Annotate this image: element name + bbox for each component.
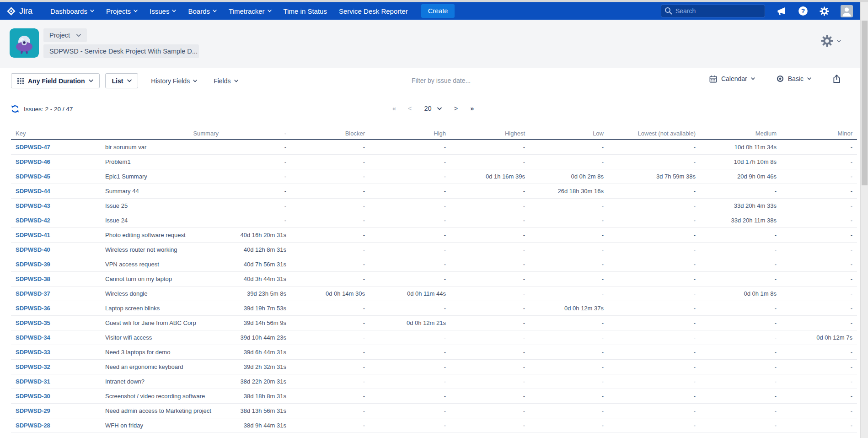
duration-cell-highest: - [450,360,530,374]
export-button[interactable] [832,74,841,83]
issue-key-link[interactable]: SDPWSD-47 [16,144,50,151]
nav-time-in-status[interactable]: Time in Status [278,2,333,20]
search-input[interactable] [661,5,765,17]
duration-cell-high: - [370,330,450,345]
basic-view-dropdown[interactable]: Basic [776,75,811,83]
issue-key-link[interactable]: SDPWSD-45 [16,173,50,180]
project-type-dropdown[interactable]: Project [43,28,87,42]
duration-cell-minor: - [781,140,857,155]
issue-summary-cell: VPN access request [101,257,223,272]
fields-dropdown[interactable]: Fields [214,77,238,85]
duration-cell-low: - [530,389,608,404]
duration-cell-minor: - [781,345,857,360]
duration-cell-lowest: - [608,257,700,272]
issue-key-link[interactable]: SDPWSD-30 [16,393,50,400]
issue-key-link[interactable]: SDPWSD-44 [16,188,50,195]
announcement-icon[interactable] [777,6,787,16]
issue-key-link[interactable]: SDPWSD-40 [16,246,50,253]
chevron-down-icon [90,10,94,12]
help-icon[interactable]: ? [798,6,808,16]
issue-key-link[interactable]: SDPWSD-38 [16,276,50,282]
duration-cell-minor: - [781,404,857,418]
issue-key-link[interactable]: SDPWSD-41 [16,232,50,238]
issue-key-link[interactable]: SDPWSD-46 [16,158,50,165]
issue-key-cell: SDPWSD-30 [11,389,101,404]
project-selector-dropdown[interactable]: SDPWSD - Service Desk Project With Sampl… [43,44,199,58]
issue-key-link[interactable]: SDPWSD-34 [16,334,50,341]
issue-key-cell: SDPWSD-40 [11,243,101,257]
eye-icon [776,75,784,83]
duration-cell-highest: - [450,418,530,433]
field-duration-dropdown[interactable]: Any Field Duration [11,73,100,88]
first-page-button[interactable]: « [392,105,396,112]
duration-cell-highest: - [450,330,530,345]
chevron-down-icon [268,10,272,12]
view-type-dropdown[interactable]: List [105,73,138,88]
duration-cell-low: - [530,213,608,228]
history-fields-dropdown[interactable]: History Fields [151,77,197,85]
issue-row: SDPWSD-30 Screenshot / video recording s… [11,389,857,404]
issue-key-link[interactable]: SDPWSD-29 [16,407,50,414]
duration-cell-low: - [530,243,608,257]
chevron-down-icon [807,77,811,80]
nav-service-desk-reporter[interactable]: Service Desk Reporter [333,2,414,20]
nav-dashboards[interactable]: Dashboards [44,2,100,20]
duration-cell-lowest: - [608,199,700,213]
issue-key-link[interactable]: SDPWSD-35 [16,319,50,326]
issue-key-link[interactable]: SDPWSD-39 [16,261,50,268]
scrollbar-thumb[interactable] [862,21,868,185]
issue-key-link[interactable]: SDPWSD-31 [16,378,50,385]
prev-page-button[interactable]: < [408,105,412,112]
nav-projects[interactable]: Projects [100,2,144,20]
issue-key-link[interactable]: SDPWSD-33 [16,349,50,356]
issue-row: SDPWSD-41 Photo editing software request… [11,228,857,243]
issue-key-link[interactable]: SDPWSD-43 [16,202,50,209]
duration-cell-medium: - [700,228,781,243]
duration-cell-blocker: - [291,272,370,287]
issue-key-link[interactable]: SDPWSD-28 [16,422,50,429]
nav-issues[interactable]: Issues [144,2,182,20]
duration-cell-high: - [370,169,450,184]
page-settings-button[interactable] [821,35,841,47]
page-size-dropdown[interactable]: 20 [424,105,442,112]
duration-cell-blocker: - [291,140,370,155]
issue-key-cell: SDPWSD-35 [11,316,101,330]
create-button[interactable]: Create [421,4,455,18]
refresh-icon[interactable] [11,104,20,115]
issue-row: SDPWSD-32 Need an ergonomic keyboard 39d… [11,360,857,374]
last-page-button[interactable]: » [470,105,473,112]
duration-cell-blocker: - [291,360,370,374]
project-avatar[interactable] [10,28,39,58]
column-header: High [370,127,450,140]
issue-key-cell: SDPWSD-46 [11,155,101,169]
duration-cell-high: - [370,418,450,433]
nav-boards[interactable]: Boards [182,2,223,20]
issue-key-cell: SDPWSD-36 [11,301,101,316]
duration-cell-low: 0d 0h 12m 37s [530,301,608,316]
next-page-button[interactable]: > [454,105,458,112]
duration-cell-high: - [370,301,450,316]
duration-cell-low: - [530,374,608,389]
issue-summary-cell: WFH on friday [101,418,223,433]
user-avatar[interactable] [841,5,853,17]
duration-cell-lowest: 3d 7h 59m 38s [608,169,700,184]
jira-home-link[interactable]: Jira [6,6,32,16]
issues-bar: Issues: 2 - 20 / 47 « < 20 > » [0,94,860,127]
issue-key-link[interactable]: SDPWSD-37 [16,290,50,297]
issue-key-link[interactable]: SDPWSD-32 [16,363,50,370]
duration-cell-lowest: - [608,374,700,389]
issue-summary-cell: Need an ergonomic keyboard [101,360,223,374]
issue-date-filter[interactable]: Filter by issue date... [412,77,471,84]
issue-key-link[interactable]: SDPWSD-42 [16,217,50,224]
duration-cell-high: - [370,345,450,360]
issue-row: SDPWSD-36 Laptop screen blinks 39d 19h 7… [11,301,857,316]
issue-key-cell: SDPWSD-44 [11,184,101,199]
calendar-dropdown[interactable]: Calendar [709,75,755,83]
settings-icon[interactable] [820,6,829,16]
duration-cell-high: - [370,199,450,213]
duration-cell-highest: - [450,213,530,228]
nav-timetracker[interactable]: Timetracker [223,2,278,20]
chevron-down-icon [172,10,176,12]
issue-key-link[interactable]: SDPWSD-36 [16,305,50,312]
vertical-scrollbar[interactable] [860,2,868,438]
